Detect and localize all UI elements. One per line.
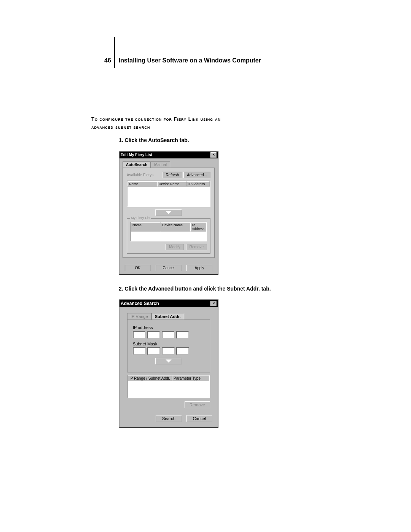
tab-manual[interactable]: Manual (151, 161, 170, 168)
ip-address-label: IP address (133, 325, 204, 330)
page-number: 46 (104, 57, 111, 64)
my-fiery-list-legend: My Fiery List (130, 216, 151, 220)
col-name: Name (127, 181, 157, 187)
chevron-down-icon (166, 359, 172, 363)
subnet-mask-fields (133, 347, 204, 355)
tab-autosearch[interactable]: AutoSearch (123, 161, 151, 168)
titlebar: Advanced Search ✕ (119, 300, 218, 307)
close-icon[interactable]: ✕ (210, 301, 217, 306)
step-2: 2. Click the Advanced button and click t… (91, 275, 320, 299)
dialog-title: Advanced Search (121, 301, 159, 306)
ok-button[interactable]: OK (125, 265, 151, 271)
mask-octet-4[interactable] (176, 347, 189, 355)
mask-octet-3[interactable] (162, 347, 175, 355)
range-subnet-table[interactable]: IP Range / Subnet Addr. Parameter Type (127, 375, 210, 398)
advanced-search-dialog: Advanced Search ✕ IP Range Subnet Addr. … (119, 299, 218, 428)
close-icon[interactable]: ✕ (210, 152, 217, 158)
modify-button: Modify (166, 244, 183, 250)
section-heading: To configure the connection for Fiery Li… (91, 115, 320, 131)
ip-octet-3[interactable] (162, 331, 175, 339)
remove-button: Remove (186, 244, 207, 250)
subnet-mask-label: Subnet Mask (133, 342, 204, 346)
cancel-button[interactable]: Cancel (156, 265, 182, 271)
page-header: 46 Installing User Software on a Windows… (104, 0, 320, 64)
titlebar: Edit My Fiery List ✕ (119, 152, 218, 158)
available-fierys-table[interactable]: Name Device Name IP Address (127, 181, 210, 207)
dialog-title: Edit My Fiery List (121, 153, 152, 157)
ip-address-fields (133, 331, 204, 339)
col-range: IP Range / Subnet Addr. (128, 375, 172, 381)
edit-my-fiery-list-dialog: Edit My Fiery List ✕ AutoSearch Manual A… (119, 151, 218, 275)
ip-octet-1[interactable] (133, 331, 146, 339)
mask-octet-2[interactable] (147, 347, 160, 355)
col-device: Device Name (157, 181, 187, 187)
step-1: 1. Click the AutoSearch tab. (91, 131, 320, 151)
search-button[interactable]: Search (156, 415, 182, 422)
col-ip: IP Address (187, 181, 210, 187)
refresh-button[interactable]: Refresh (162, 172, 182, 178)
remove-button: Remove (185, 401, 210, 408)
my-fiery-list-table[interactable]: Name Device Name IP Address (130, 222, 207, 241)
col-ip: IP Address (190, 222, 206, 232)
ip-octet-2[interactable] (147, 331, 160, 339)
tab-subnet-addr[interactable]: Subnet Addr. (151, 313, 184, 320)
tab-ip-range[interactable]: IP Range (127, 313, 151, 320)
apply-button[interactable]: Apply (186, 265, 212, 271)
ip-octet-4[interactable] (176, 331, 189, 339)
add-down-button[interactable] (155, 358, 182, 364)
tabs: AutoSearch Manual (123, 161, 215, 168)
chevron-down-icon (166, 211, 172, 214)
add-down-button[interactable] (155, 209, 182, 216)
col-device: Device Name (161, 222, 190, 232)
available-fierys-label: Available Fierys (127, 173, 153, 177)
horizontal-rule (36, 101, 322, 101)
chapter-title: Installing User Software on a Windows Co… (113, 57, 261, 64)
col-name: Name (131, 222, 161, 232)
my-fiery-list-group: My Fiery List Name Device Name IP Addres… (127, 218, 210, 254)
mask-octet-1[interactable] (133, 347, 146, 355)
advanced-button[interactable]: Advanced... (183, 172, 210, 178)
cancel-button[interactable]: Cancel (186, 415, 212, 422)
col-param: Parameter Type (172, 375, 209, 381)
